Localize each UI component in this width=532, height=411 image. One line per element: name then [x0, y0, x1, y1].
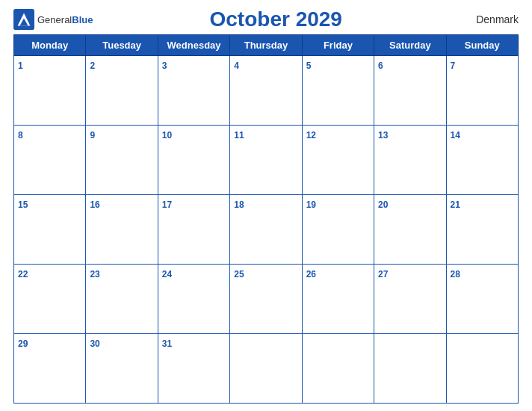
calendar-day-cell: 9 — [86, 126, 158, 195]
col-wednesday: Wednesday — [158, 35, 229, 56]
calendar-day-cell: 29 — [14, 334, 86, 404]
calendar-day-cell: 10 — [158, 126, 229, 195]
col-sunday: Sunday — [446, 35, 518, 56]
day-number: 4 — [234, 61, 239, 71]
calendar-day-cell: 26 — [302, 265, 374, 334]
day-number: 13 — [378, 130, 388, 140]
day-number: 18 — [234, 200, 244, 210]
day-number: 17 — [162, 200, 172, 210]
day-number: 19 — [306, 200, 316, 210]
day-number: 27 — [378, 269, 388, 279]
col-monday: Monday — [14, 35, 86, 56]
calendar-week-row: 891011121314 — [14, 126, 519, 195]
calendar-day-cell: 3 — [158, 56, 229, 126]
day-number: 11 — [234, 130, 244, 140]
day-number: 25 — [234, 269, 244, 279]
day-number: 9 — [90, 130, 95, 140]
day-number: 23 — [90, 269, 99, 279]
country-label: Denmark — [459, 13, 519, 25]
calendar-day-cell — [446, 334, 518, 404]
calendar-day-cell: 7 — [446, 56, 518, 126]
day-number: 10 — [162, 130, 172, 140]
calendar-day-cell — [374, 334, 446, 404]
weekday-header-row: Monday Tuesday Wednesday Thursday Friday… — [14, 35, 519, 56]
calendar-week-row: 15161718192021 — [14, 195, 519, 265]
day-number: 14 — [451, 130, 460, 140]
calendar-day-cell: 22 — [14, 265, 86, 334]
calendar-day-cell — [302, 334, 374, 404]
calendar-title: October 2029 — [210, 7, 342, 31]
calendar-day-cell: 13 — [374, 126, 446, 195]
day-number: 20 — [378, 200, 388, 210]
calendar-day-cell: 19 — [302, 195, 374, 265]
calendar-day-cell: 12 — [302, 126, 374, 195]
day-number: 6 — [378, 61, 383, 71]
calendar-week-row: 293031 — [14, 334, 519, 404]
calendar-week-row: 22232425262728 — [14, 265, 519, 334]
day-number: 2 — [90, 61, 95, 71]
day-number: 7 — [451, 61, 456, 71]
calendar-body: 1234567891011121314151617181920212223242… — [14, 56, 519, 404]
day-number: 26 — [306, 269, 316, 279]
calendar-day-cell: 1 — [14, 56, 86, 126]
calendar-day-cell: 11 — [230, 126, 302, 195]
calendar-day-cell: 21 — [446, 195, 518, 265]
calendar-day-cell: 8 — [14, 126, 86, 195]
calendar-day-cell: 25 — [230, 265, 302, 334]
col-saturday: Saturday — [374, 35, 446, 56]
logo-text: GeneralBlue — [37, 13, 93, 26]
day-number: 8 — [18, 130, 23, 140]
day-number: 31 — [162, 339, 172, 349]
day-number: 24 — [162, 269, 172, 279]
calendar-day-cell — [230, 334, 302, 404]
logo-blue: Blue — [72, 14, 93, 25]
logo-general: General — [37, 14, 72, 25]
day-number: 22 — [18, 269, 28, 279]
calendar-day-cell: 30 — [86, 334, 158, 404]
calendar-day-cell: 31 — [158, 334, 229, 404]
day-number: 30 — [90, 339, 99, 349]
col-friday: Friday — [302, 35, 374, 56]
day-number: 3 — [162, 61, 167, 71]
calendar-day-cell: 24 — [158, 265, 229, 334]
day-number: 1 — [18, 61, 23, 71]
generalblue-logo-icon — [13, 9, 34, 30]
calendar-day-cell: 4 — [230, 56, 302, 126]
day-number: 5 — [306, 61, 312, 71]
calendar-day-cell: 20 — [374, 195, 446, 265]
calendar-table: Monday Tuesday Wednesday Thursday Friday… — [13, 34, 519, 404]
day-number: 29 — [18, 339, 28, 349]
calendar-day-cell: 6 — [374, 56, 446, 126]
day-number: 16 — [90, 200, 99, 210]
calendar-header: GeneralBlue October 2029 Denmark — [13, 7, 519, 31]
day-number: 12 — [306, 130, 316, 140]
calendar-header-row: Monday Tuesday Wednesday Thursday Friday… — [14, 35, 519, 56]
calendar-day-cell: 17 — [158, 195, 229, 265]
calendar-day-cell: 15 — [14, 195, 86, 265]
calendar-day-cell: 23 — [86, 265, 158, 334]
day-number: 21 — [451, 200, 460, 210]
logo-area: GeneralBlue — [13, 9, 93, 30]
col-tuesday: Tuesday — [86, 35, 158, 56]
calendar-day-cell: 2 — [86, 56, 158, 126]
calendar-day-cell: 18 — [230, 195, 302, 265]
calendar-day-cell: 16 — [86, 195, 158, 265]
calendar-day-cell: 28 — [446, 265, 518, 334]
calendar-week-row: 1234567 — [14, 56, 519, 126]
day-number: 28 — [451, 269, 460, 279]
calendar-day-cell: 27 — [374, 265, 446, 334]
calendar-day-cell: 14 — [446, 126, 518, 195]
col-thursday: Thursday — [230, 35, 302, 56]
calendar-day-cell: 5 — [302, 56, 374, 126]
day-number: 15 — [18, 200, 28, 210]
